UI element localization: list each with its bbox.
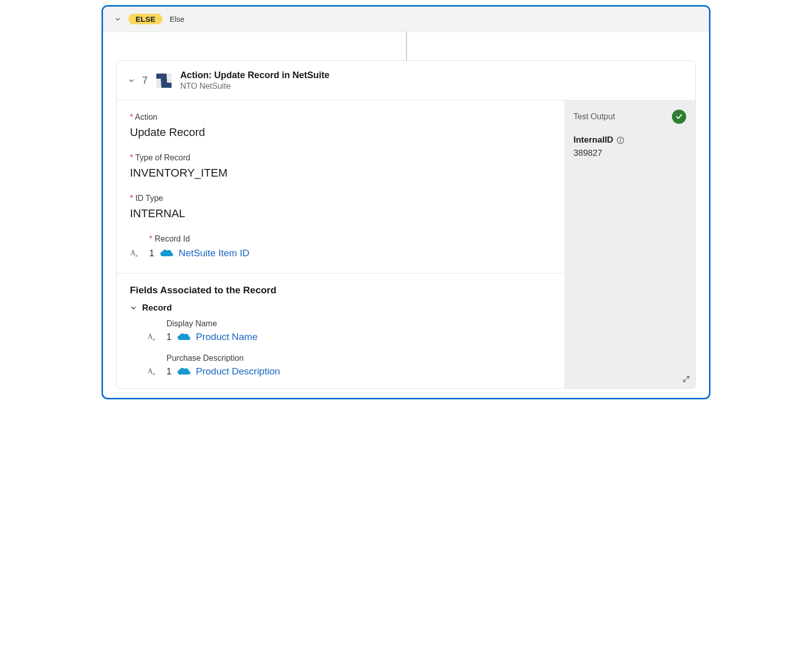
step-subtitle: NTO NetSuite (180, 82, 329, 91)
field-value-idtype[interactable]: INTERNAL (130, 207, 551, 220)
ref-field-name[interactable]: Product Description (196, 366, 280, 377)
branch-header[interactable]: ELSE Else (103, 7, 709, 32)
record-field-display-name: Display Name Aa 1 Product Name (130, 319, 551, 343)
chevron-down-icon (130, 304, 137, 312)
svg-rect-12 (620, 140, 621, 142)
output-value: 389827 (573, 148, 686, 158)
step-card: 7 Action: Update Record in NetSuite NTO … (116, 60, 696, 389)
salesforce-cloud-icon (177, 366, 191, 377)
success-check-icon (672, 110, 686, 124)
svg-text:a: a (153, 371, 155, 376)
text-type-icon: Aa (147, 366, 158, 377)
step-config: Action Update Record Type of Record INVE… (117, 100, 564, 388)
test-output-label: Test Output (573, 112, 615, 121)
svg-text:A: A (130, 249, 136, 257)
field-label-recordid: Record Id (149, 234, 551, 244)
ref-step-number: 1 (149, 248, 154, 259)
svg-marker-3 (160, 74, 167, 88)
output-key-label: InternalID (573, 135, 613, 145)
netsuite-icon (155, 72, 173, 90)
svg-point-11 (620, 138, 621, 139)
text-type-icon: Aa (130, 248, 141, 259)
ref-field-name[interactable]: NetSuite Item ID (179, 248, 249, 259)
field-value-type[interactable]: INVENTORY_ITEM (130, 166, 551, 180)
field-ref[interactable]: Aa 1 Product Name (147, 331, 551, 343)
test-output-panel: Test Output InternalID 389827 (564, 100, 695, 388)
salesforce-cloud-icon (159, 248, 174, 258)
salesforce-cloud-icon (177, 332, 191, 342)
record-field-purchase-description: Purchase Description Aa 1 Product Descri… (130, 354, 551, 377)
flow-step-panel: ELSE Else 7 Action: Update Record in Net… (101, 5, 710, 399)
record-id-ref[interactable]: Aa 1 NetSuite Item ID (130, 248, 551, 259)
field-label: Display Name (166, 319, 551, 328)
expand-icon[interactable] (682, 375, 690, 383)
step-title: Action: Update Record in NetSuite (180, 70, 329, 81)
svg-text:A: A (148, 367, 153, 375)
step-number: 7 (142, 75, 148, 86)
ref-step-number: 1 (166, 332, 172, 343)
field-label-idtype: ID Type (130, 194, 551, 203)
ref-field-name[interactable]: Product Name (196, 331, 257, 343)
section-title: Fields Associated to the Record (130, 274, 551, 303)
svg-text:a: a (153, 336, 155, 342)
field-ref[interactable]: Aa 1 Product Description (147, 366, 551, 377)
field-label: Purchase Description (166, 354, 551, 363)
chevron-down-icon (114, 16, 121, 23)
ref-step-number: 1 (166, 366, 172, 377)
info-icon[interactable] (616, 136, 625, 145)
svg-text:A: A (148, 333, 153, 340)
field-label-type: Type of Record (130, 153, 551, 162)
field-value-action[interactable]: Update Record (130, 126, 551, 139)
output-key-row: InternalID (573, 135, 686, 145)
text-type-icon: Aa (147, 331, 158, 343)
else-badge: ELSE (128, 14, 162, 24)
step-header[interactable]: 7 Action: Update Record in NetSuite NTO … (117, 61, 695, 100)
chevron-down-icon (128, 77, 135, 84)
connector (103, 32, 709, 60)
field-label-action: Action (130, 113, 551, 122)
branch-label: Else (170, 15, 184, 23)
svg-text:a: a (136, 253, 138, 258)
record-subsection-header[interactable]: Record (130, 303, 551, 313)
record-subsection-label: Record (142, 303, 172, 313)
